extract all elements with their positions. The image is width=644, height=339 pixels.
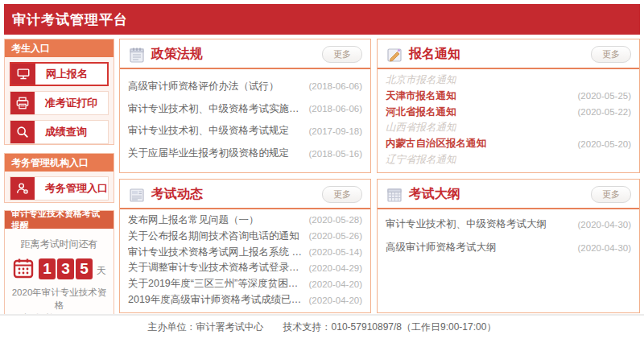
- list-item[interactable]: 河北省报名通知(2020-05-22): [386, 105, 631, 119]
- item-date: (2020-05-20): [578, 139, 631, 149]
- admin-entry-box: 考务管理机构入口 考务管理入口: [4, 153, 114, 203]
- panel-title-exam-syllabus: 考试大纲: [409, 186, 460, 203]
- panel-registration-notices: 报名通知 更多 北京市报名通知天津市报名通知(2020-05-25)河北省报名通…: [377, 39, 640, 173]
- exam-updates-list: 发布网上报名常见问题（一）(2020-05-28)关于公布报名期间技术咨询电话的…: [120, 209, 370, 312]
- search-icon: [10, 121, 35, 143]
- item-title: 高级审计师资格评价办法（试行）: [128, 80, 279, 93]
- page-title: 审计考试管理平台: [12, 10, 128, 29]
- registration-notices-list: 北京市报名通知天津市报名通知(2020-05-25)河北省报名通知(2020-0…: [378, 69, 639, 172]
- item-title: 审计专业技术初、中级资格考试实施办法: [128, 102, 303, 116]
- main-panels: 政策法规 更多 高级审计师资格评价办法（试行）(2018-06-06)审计专业技…: [119, 39, 640, 313]
- item-date: (2020-05-14): [309, 247, 362, 257]
- panel-policies: 政策法规 更多 高级审计师资格评价办法（试行）(2018-06-06)审计专业技…: [119, 39, 371, 173]
- list-item[interactable]: 审计专业技术初、中级资格考试大纲(2020-04-30): [386, 217, 631, 231]
- calendar-icon: [12, 257, 35, 279]
- score-query-button[interactable]: 成绩查询: [10, 120, 109, 144]
- item-date: (2020-04-30): [578, 243, 631, 253]
- item-date: (2020-05-26): [309, 231, 362, 241]
- admission-ticket-print-label: 准考证打印: [35, 96, 97, 110]
- item-title: 审计专业技术资格考试网上报名系统 考生操作手册: [128, 246, 303, 259]
- page-footer: 主办单位：审计署考试中心 技术支持：010-57910897/8（工作日9:00…: [0, 314, 644, 339]
- list-item[interactable]: 高级审计师资格评价办法（试行）(2018-06-06): [128, 80, 362, 93]
- panel-title-registration-notices: 报名通知: [409, 46, 460, 63]
- candidate-entry-box: 考生入口 网上报名 准考证打印: [4, 39, 114, 145]
- list-item[interactable]: 审计专业技术初、中级资格考试实施办法(2018-06-06): [128, 102, 362, 116]
- item-date: (2020-04-20): [309, 296, 362, 305]
- list-item[interactable]: 北京市报名通知: [386, 73, 631, 87]
- item-date: (2018-06-06): [309, 104, 362, 114]
- panel-exam-updates: 考试动态 更多 发布网上报名常见问题（一）(2020-05-28)关于公布报名期…: [119, 179, 371, 313]
- item-date: (2020-04-20): [309, 279, 362, 289]
- item-date: (2018-06-06): [309, 81, 362, 91]
- list-item[interactable]: 关于2019年度“三区三州”等深度贫困地区审计...(2020-04-20): [128, 277, 362, 291]
- list-item[interactable]: 关于公布报名期间技术咨询电话的通知(2020-05-26): [128, 229, 362, 243]
- item-title: 河北省报名通知: [386, 105, 456, 119]
- monitor-icon: [11, 64, 35, 85]
- countdown-unit: 天: [97, 264, 106, 279]
- list-item[interactable]: 审计专业技术初、中级资格考试规定(2017-09-18): [128, 124, 362, 138]
- online-registration-button[interactable]: 网上报名: [10, 62, 109, 86]
- item-title: 关于公布报名期间技术咨询电话的通知: [128, 229, 299, 243]
- item-title: 天津市报名通知: [386, 89, 456, 103]
- exam-admin-entry-label: 考务管理入口: [35, 181, 108, 196]
- more-button-registration-notices[interactable]: 更多: [591, 46, 631, 63]
- panel-exam-syllabus: 考试大纲 更多 审计专业技术初、中级资格考试大纲(2020-04-30)高级审计…: [377, 179, 640, 313]
- admission-ticket-print-button[interactable]: 准考证打印: [10, 91, 109, 115]
- panel-title-exam-updates: 考试动态: [151, 186, 203, 203]
- list-item[interactable]: 关于应届毕业生报考初级资格的规定(2018-05-16): [128, 147, 362, 160]
- item-title: 审计专业技术初、中级资格考试大纲: [386, 217, 547, 231]
- candidate-entry-title: 考生入口: [5, 39, 114, 57]
- item-title: 关于2019年度“三区三州”等深度贫困地区审计...: [128, 277, 303, 291]
- item-title: 山西省报名通知: [386, 121, 456, 134]
- user-gear-icon: [10, 177, 35, 200]
- item-date: (2018-05-16): [309, 149, 362, 159]
- list-item[interactable]: 辽宁省报名通知: [386, 153, 631, 167]
- item-title: 高级审计师资格考试大纲: [386, 241, 497, 254]
- list-item[interactable]: 山西省报名通知: [386, 121, 631, 134]
- list-item[interactable]: 审计专业技术资格考试网上报名系统 考生操作手册(2020-05-14): [128, 246, 362, 259]
- list-item[interactable]: 2019年度高级审计师资格考试成绩已公布(2020-04-20): [128, 293, 362, 307]
- item-title: 关于调整审计专业技术资格考试登录入口的通知: [128, 261, 303, 275]
- exam-syllabus-list: 审计专业技术初、中级资格考试大纲(2020-04-30)高级审计师资格考试大纲(…: [378, 209, 639, 312]
- exam-admin-entry-button[interactable]: 考务管理入口: [10, 176, 109, 201]
- admin-entry-title: 考务管理机构入口: [5, 154, 114, 172]
- item-title: 关于应届毕业生报考初级资格的规定: [128, 147, 289, 160]
- countdown-digit: 1: [39, 258, 56, 279]
- item-title: 发布网上报名常见问题（一）: [128, 213, 259, 227]
- exam-date-note-line1: 2020年审计专业技术资格: [8, 286, 110, 312]
- sidebar: 考生入口 网上报名 准考证打印: [4, 39, 114, 313]
- more-button-policies[interactable]: 更多: [322, 46, 362, 63]
- list-item[interactable]: 内蒙古自治区报名通知(2020-05-20): [386, 137, 631, 151]
- item-date: (2020-05-25): [578, 91, 631, 101]
- item-date: (2020-04-30): [578, 220, 631, 229]
- exam-reminder-title: 审计专业技术资格考试提醒: [5, 211, 114, 229]
- list-item[interactable]: 天津市报名通知(2020-05-25): [386, 89, 631, 103]
- item-title: 北京市报名通知: [386, 73, 456, 87]
- page: 审计考试管理平台 考生入口 网上报名: [0, 0, 644, 339]
- item-date: (2020-05-22): [578, 107, 631, 117]
- online-registration-label: 网上报名: [35, 67, 88, 81]
- more-button-exam-syllabus[interactable]: 更多: [591, 186, 631, 203]
- item-date: (2020-05-28): [309, 215, 362, 225]
- list-item[interactable]: 关于调整审计专业技术资格考试登录入口的通知(2020-04-29): [128, 261, 362, 275]
- more-button-exam-updates[interactable]: 更多: [322, 186, 362, 203]
- calendar-grid-icon: [386, 186, 403, 204]
- list-item[interactable]: 高级审计师资格考试大纲(2020-04-30): [386, 241, 631, 254]
- item-date: (2020-04-29): [309, 263, 362, 273]
- printer-icon: [10, 92, 35, 114]
- pencil-icon: [386, 46, 403, 64]
- countdown-label: 距离考试时间还有: [8, 238, 110, 251]
- countdown-digit: 3: [57, 258, 74, 279]
- item-title: 内蒙古自治区报名通知: [386, 137, 486, 151]
- item-title: 2019年度高级审计师资格考试成绩已公布: [128, 293, 303, 307]
- countdown: 1 3 5 天: [8, 257, 110, 279]
- item-date: (2017-09-18): [309, 126, 362, 136]
- item-title: 辽宁省报名通知: [386, 153, 456, 167]
- item-title: 审计专业技术初、中级资格考试规定: [128, 124, 289, 138]
- list-item[interactable]: 发布网上报名常见问题（一）(2020-05-28): [128, 213, 362, 227]
- app-header: 审计考试管理平台: [4, 4, 640, 35]
- footer-host: 主办单位：审计署考试中心: [148, 320, 264, 334]
- newspaper-icon: [128, 186, 146, 204]
- panel-title-policies: 政策法规: [151, 46, 203, 63]
- countdown-digit: 5: [76, 258, 93, 279]
